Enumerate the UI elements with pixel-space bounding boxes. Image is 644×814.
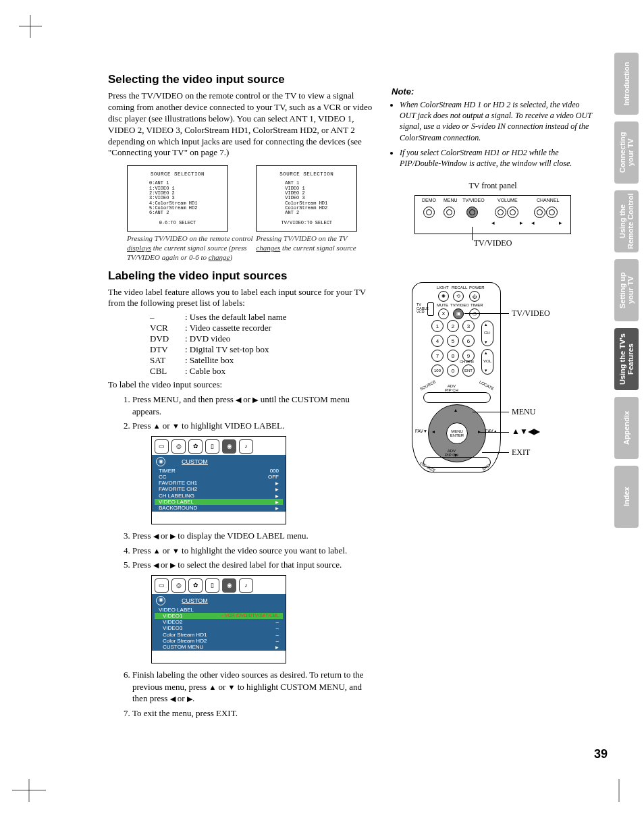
tab-setup: Setting up your TV [614,259,639,321]
heading-labeling: Labeling the video input sources [108,269,378,283]
menu-tab-icon: ◎ [171,439,186,454]
osd-remote: SOURCE SELECTION 0:ANT 1 1:VIDEO 1 2:VID… [127,165,228,232]
tab-appendix: Appendix [614,397,639,459]
tab-remote: Using the Remote Control [614,190,639,252]
caption-remote: Pressing TV/VIDEO on the remote control … [127,234,254,262]
panel-title: TV front panel [392,181,594,191]
menu-custom: ▭ ◎ ✿ ▯ ◉ ♪ ◉ CUSTOM TIMER000CCOFFFAVORI… [151,436,286,524]
osd-row: SOURCE SELECTION 0:ANT 1 1:VIDEO 1 2:VID… [108,165,378,262]
callout-tvvideo: TV/VIDEO [512,308,550,319]
tab-features-active: Using the TV's Features [614,328,639,390]
tab-index: Index [614,466,639,528]
menu-tab-icon: ▭ [155,439,169,454]
menu-tab-icon: ▯ [205,439,219,454]
section-tabs: Introduction Connecting your TV Using th… [614,53,639,528]
note-heading: Note: [392,86,594,97]
tab-connecting: Connecting your TV [614,121,639,184]
note-body: When ColorStream HD 1 or HD 2 is selecte… [392,99,594,169]
intro-paragraph: Press the TV/VIDEO on the remote control… [108,90,378,159]
menu-video-label: ▭◎✿▯◉♪ ◉ CUSTOM VIDEO LABEL VIDEO1– VCR … [151,575,286,663]
callout-menu: MENU [512,407,535,417]
page-number: 39 [594,747,608,761]
menu-tab-icon-selected: ◉ [222,439,236,454]
heading-select-source: Selecting the video input source [108,73,378,86]
labeling-intro: The video label feature allows you to la… [108,287,378,310]
to-label: To label the video input sources: [108,379,378,391]
panel-caption: TV/VIDEO [392,238,594,248]
tv-front-panel: DEMO MENU TV/VIDEO VOLUME CHANNEL ◂ ▸ ◂ … [414,195,571,234]
menu-tab-icon: ♪ [239,439,253,454]
menu-tab-icon: ✿ [188,439,203,454]
tab-introduction: Introduction [614,53,639,115]
callout-arrows: ▲▼◀▶ [512,427,540,436]
label-list: –: Uses the default label name VCR: Vide… [150,312,378,377]
steps-list: Press MENU, and then press ◀ or ▶ until … [108,394,378,719]
osd-tv: SOURCE SELECTION ANT 1 VIDEO 1 VIDEO 2 V… [256,165,357,232]
remote-diagram: LIGHT RECALL POWER ✺ ⟲ ⏻ TV CABLE VCR MU… [392,282,594,498]
caption-tv: Pressing TV/VIDEO on the TV changes the … [256,234,371,253]
callout-exit: EXIT [512,447,530,458]
